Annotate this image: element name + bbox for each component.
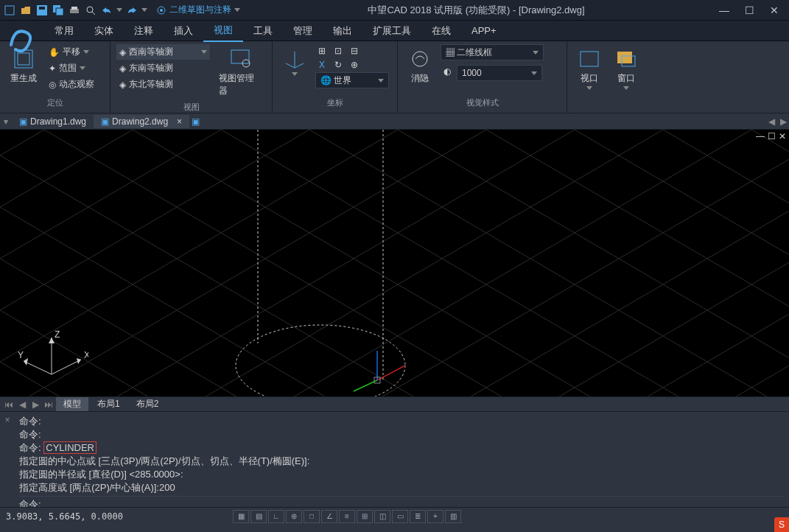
menu-annotate[interactable]: 注释 (124, 21, 164, 41)
svg-marker-37 (24, 358, 28, 365)
close-button[interactable]: ✕ (762, 3, 786, 18)
hide-button[interactable]: 消隐 (404, 44, 436, 88)
hide-icon (408, 47, 432, 71)
ucs-button[interactable] (278, 44, 311, 79)
ucs-indicator: X Y Z (15, 330, 88, 389)
menu-insert[interactable]: 插入 (164, 21, 203, 41)
tab-layout2[interactable]: 布局2 (129, 397, 166, 411)
layout-first-icon[interactable]: ⏮ (3, 399, 15, 410)
chevron-down-icon (80, 66, 85, 70)
menu-bar: 常用 实体 注释 插入 视图 工具 管理 输出 扩展工具 在线 APP+ (0, 21, 789, 41)
chevron-down-icon (531, 71, 537, 75)
ucs-tool-2[interactable]: ⊡ (332, 44, 345, 57)
isometric-grid (0, 130, 789, 396)
tab-left-icon[interactable]: ◀ (765, 116, 777, 127)
world-dropdown[interactable]: 🌐 世界 (315, 72, 389, 88)
menu-output[interactable]: 输出 (323, 21, 362, 41)
ucs-tool-3[interactable]: ⊟ (348, 44, 361, 57)
model-toggle[interactable]: ▭ (392, 510, 408, 523)
cmd-close-icon[interactable]: × (0, 412, 15, 507)
toggle-12[interactable]: + (427, 510, 443, 523)
polar-toggle[interactable]: ⊕ (286, 510, 302, 523)
menu-solid[interactable]: 实体 (84, 21, 124, 41)
svg-rect-19 (581, 52, 598, 66)
chevron-down-icon (292, 72, 298, 76)
vp-minimize-icon[interactable]: — (756, 131, 765, 141)
toggle-13[interactable]: ▥ (445, 510, 461, 523)
print-icon[interactable] (68, 4, 81, 17)
undo-icon[interactable] (100, 4, 113, 17)
new-tab-icon[interactable]: ▣ (189, 116, 201, 127)
chevron-down-icon (378, 79, 384, 83)
workspace-selector[interactable]: 二维草图与注释 (156, 4, 240, 16)
new-icon[interactable] (3, 4, 16, 17)
svg-point-7 (87, 7, 93, 13)
dwg-icon: ▣ (101, 116, 109, 127)
tab-layout1[interactable]: 布局1 (90, 397, 127, 411)
view-ne-iso[interactable]: ◈东北等轴测 (116, 77, 210, 92)
grid-toggle[interactable]: ▤ (250, 510, 267, 523)
view-manager-icon (228, 47, 252, 71)
layout-next-icon[interactable]: ▶ (29, 399, 41, 410)
ortho-toggle[interactable]: ∟ (268, 510, 284, 523)
open-icon[interactable] (19, 4, 32, 17)
menu-common[interactable]: 常用 (44, 21, 84, 41)
preview-icon[interactable] (84, 4, 97, 17)
panel-locate-label: 定位 (6, 96, 104, 110)
ucs-x[interactable]: X (315, 58, 329, 71)
visual-style-dropdown[interactable]: ▦ 二维线框 (441, 44, 544, 60)
menu-ext[interactable]: 扩展工具 (362, 21, 421, 41)
saveall-icon[interactable] (52, 4, 65, 17)
layout-prev-icon[interactable]: ◀ (16, 399, 28, 410)
minimize-button[interactable]: — (712, 3, 736, 18)
maximize-button[interactable]: ☐ (737, 3, 761, 18)
lineweight-toggle[interactable]: ≡ (339, 510, 355, 523)
view-manager-button[interactable]: 视图管理器 (214, 44, 266, 100)
ucs-tool-5[interactable]: ⊕ (348, 58, 361, 71)
layout-tabs: ⏮ ◀ ▶ ⏭ 模型 布局1 布局2 (0, 396, 789, 411)
menu-manage[interactable]: 管理 (283, 21, 323, 41)
drawing-viewport[interactable]: — ☐ ✕ X Y Z (0, 130, 789, 396)
chevron-down-icon (586, 86, 592, 90)
menu-online[interactable]: 在线 (421, 21, 461, 41)
otrack-toggle[interactable]: ∠ (321, 510, 337, 523)
view-se-iso[interactable]: ◈东南等轴测 (116, 60, 210, 76)
vp-close-icon[interactable]: ✕ (779, 131, 786, 141)
viewport-button[interactable]: 视口 (573, 44, 606, 93)
app-logo[interactable] (4, 22, 38, 56)
tab-drawing2[interactable]: ▣ Drawing2.dwg × (94, 115, 189, 128)
toggle-11[interactable]: ≣ (410, 510, 426, 523)
window-controls: — ☐ ✕ (712, 3, 786, 18)
extent-button[interactable]: ✦范围 (46, 60, 97, 76)
close-tab-icon[interactable]: × (177, 116, 182, 127)
redo-dropdown-icon[interactable] (141, 8, 147, 12)
menu-view[interactable]: 视图 (203, 20, 243, 42)
window-button[interactable]: 窗口 (610, 44, 642, 93)
command-window[interactable]: × 命令: 命令: 命令: CYLINDER 指定圆的中心点或 [三点(3P)/… (0, 411, 789, 507)
pan-button[interactable]: ✋平移 (46, 44, 97, 60)
vp-maximize-icon[interactable]: ☐ (768, 131, 776, 141)
menu-tools[interactable]: 工具 (243, 21, 283, 41)
res-dropdown[interactable]: 1000 (457, 65, 542, 81)
tab-model[interactable]: 模型 (56, 397, 88, 411)
tab-right-icon[interactable]: ▶ (777, 116, 789, 127)
tab-menu-icon[interactable]: ▾ (0, 116, 12, 127)
snap-toggle[interactable]: ▦ (233, 510, 249, 523)
menu-app[interactable]: APP+ (461, 21, 507, 40)
undo-dropdown-icon[interactable] (116, 8, 122, 12)
ucs-tool-1[interactable]: ⊞ (315, 44, 329, 57)
cycle-toggle[interactable]: ◫ (374, 510, 390, 523)
view-manager-label: 视图管理器 (219, 72, 262, 97)
view-sw-iso[interactable]: ◈西南等轴测 (116, 44, 210, 60)
res-icon[interactable]: ◐ (441, 65, 454, 78)
dynamic-toggle[interactable]: ⊞ (357, 510, 373, 523)
tab-drawing1[interactable]: ▣ Drawing1.dwg (12, 115, 94, 128)
ucs-tool-4[interactable]: ↻ (332, 58, 345, 71)
orbit-button[interactable]: ◎动态观察 (46, 77, 97, 92)
svg-text:Z: Z (55, 330, 60, 340)
layout-last-icon[interactable]: ⏭ (43, 399, 55, 410)
osnap-toggle[interactable]: □ (304, 510, 320, 523)
redo-icon[interactable] (125, 4, 138, 17)
save-icon[interactable] (35, 4, 49, 17)
ime-indicator[interactable]: S (774, 517, 789, 532)
